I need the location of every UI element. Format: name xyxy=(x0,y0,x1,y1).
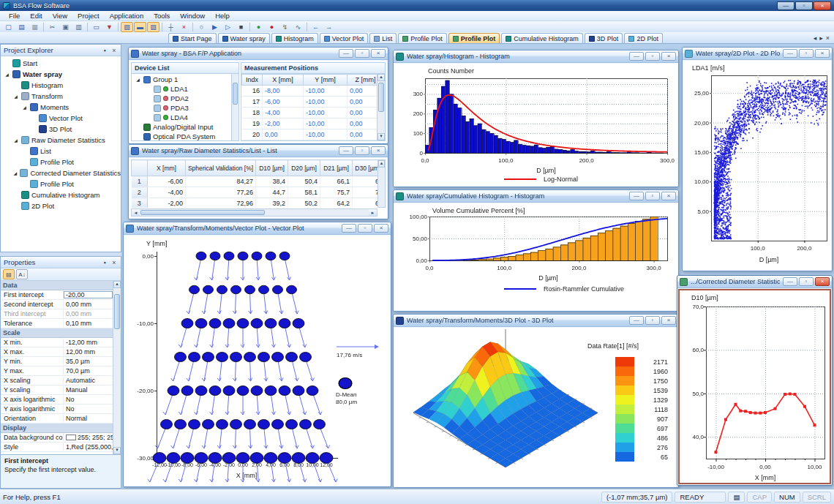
window-title-bar[interactable]: Water spray/2D Plot - 2D Plot —▫× xyxy=(683,48,832,60)
property-value[interactable]: -12,00 mm xyxy=(64,339,113,346)
scroll-thumb[interactable] xyxy=(140,210,265,215)
tree-item-3d-plot[interactable]: 3D Plot xyxy=(1,124,121,135)
tree-item-vector-plot[interactable]: Vector Plot xyxy=(1,113,121,124)
property-value[interactable]: 70,0 µm xyxy=(64,367,113,375)
property-value[interactable]: 0,10 mm xyxy=(64,320,113,327)
maximize-button[interactable]: ▫ xyxy=(799,49,814,58)
menu-window[interactable]: Window xyxy=(176,12,209,20)
property-value[interactable]: Automatic xyxy=(64,377,113,384)
tree-item-transform[interactable]: ◢Transform xyxy=(1,91,121,102)
maximize-button[interactable]: ▫ xyxy=(645,192,660,200)
tree-item-cumulative-histogram[interactable]: Cumulative Histogram xyxy=(1,189,121,200)
window-bsa-application[interactable]: Water spray - BSA F/P Application —▫× De… xyxy=(128,47,388,144)
maximize-button[interactable]: ▫ xyxy=(645,52,660,61)
tab-start-page[interactable]: Start Page xyxy=(168,33,217,43)
window-title-bar[interactable]: Water spray - BSA F/P Application —▫× xyxy=(129,48,388,60)
layout-split-button[interactable]: ▬ xyxy=(134,22,146,32)
scroll-up-icon[interactable]: ▲ xyxy=(378,160,385,168)
properties-header[interactable]: Properties ▪ × xyxy=(1,257,121,268)
tab-water-spray[interactable]: Water spray xyxy=(218,33,270,43)
tab-vector-plot[interactable]: Vector Plot xyxy=(320,33,369,43)
tree-item-2d-plot[interactable]: 2D Plot xyxy=(1,200,121,211)
window-title-bar[interactable]: .../Corrected Diameter Statistic... —▫× xyxy=(677,276,832,288)
surface-3d-canvas[interactable] xyxy=(396,329,677,486)
window-close-button[interactable]: × xyxy=(815,277,830,286)
tab-next-icon[interactable]: ▸ xyxy=(819,34,823,42)
tab-histogram[interactable]: Histogram xyxy=(271,33,318,43)
property-row-data-background-co[interactable]: Data background co255; 255; 255 xyxy=(1,433,113,443)
property-row-x-max-[interactable]: X max.12,00 mm xyxy=(1,347,113,357)
stop-button[interactable]: ■ xyxy=(235,22,247,32)
menu-project[interactable]: Project xyxy=(73,12,104,20)
device-item-group-1[interactable]: ◢Group 1 xyxy=(132,75,231,84)
menu-edit[interactable]: Edit xyxy=(26,12,46,20)
status-light-button[interactable]: ● xyxy=(252,22,265,32)
tree-item-histogram[interactable]: Histogram xyxy=(1,80,121,91)
cumulative-histogram-canvas[interactable] xyxy=(396,205,677,310)
device-item-optical-pda-system[interactable]: Optical PDA System xyxy=(132,132,231,140)
tree-item-list[interactable]: List xyxy=(1,146,121,157)
forward-button[interactable]: → xyxy=(323,22,335,32)
copy-button[interactable]: ▣ xyxy=(59,22,72,32)
column-header-x-mm-[interactable]: X [mm] xyxy=(263,75,304,86)
property-row-y-min-[interactable]: Y min.35,0 µm xyxy=(1,357,113,366)
expander-icon[interactable]: ◢ xyxy=(21,105,28,110)
property-row-third-intercept[interactable]: Third intercept0,00 mm xyxy=(1,309,113,319)
table-row[interactable]: 2-4,0077,2644,758,175,77 xyxy=(132,187,378,198)
record-button[interactable]: ● xyxy=(266,22,278,32)
window-title-bar[interactable]: Water spray/Transform/Moments/Vector Plo… xyxy=(124,222,391,235)
property-row-y-axis-logarithmic[interactable]: Y axis logarithmicNo xyxy=(1,405,113,414)
layout-tabs-button[interactable]: ▨ xyxy=(147,22,159,32)
device-item-pda3[interactable]: PDA3 xyxy=(132,103,231,113)
property-group-display[interactable]: Display xyxy=(1,424,113,433)
column-header-d20-m-[interactable]: D20 [µm] xyxy=(288,160,320,176)
menu-help[interactable]: Help xyxy=(211,12,234,20)
profile-plot-canvas[interactable] xyxy=(681,292,830,483)
tree-item-profile-plot[interactable]: Profile Plot xyxy=(1,178,121,189)
window-histogram[interactable]: Water spray/Histogram - Histogram —▫× xyxy=(393,50,679,187)
table-row[interactable]: 19-2,00-10,000,00 xyxy=(242,119,377,129)
property-value[interactable]: 12,00 mm xyxy=(64,348,113,356)
layout-cascade-button[interactable]: ▧ xyxy=(121,22,133,32)
tab-cumulative-histogram[interactable]: Cumulative Histogram xyxy=(501,33,583,43)
pin-icon[interactable]: ▪ xyxy=(101,259,108,266)
property-row-second-intercept[interactable]: Second intercept0,00 mm xyxy=(1,300,113,309)
title-bar[interactable]: BSA Flow Software — ▫ × xyxy=(0,0,834,11)
tree-item-water-spray[interactable]: ◢Water spray xyxy=(1,69,121,80)
raw-list-vscrollbar[interactable]: ▲ xyxy=(377,159,386,208)
tab-profile-plot[interactable]: Profile Plot xyxy=(448,33,500,43)
window-close-button[interactable]: × xyxy=(661,52,676,61)
scroll-left-icon[interactable]: ◄ xyxy=(132,209,140,216)
expander-icon[interactable]: ◢ xyxy=(12,170,18,176)
tree-item-moments[interactable]: ◢Moments xyxy=(1,102,121,113)
scroll-thumb[interactable] xyxy=(114,294,120,329)
device-item-pda2[interactable]: PDA2 xyxy=(132,94,231,103)
tree-item-profile-plot[interactable]: Profile Plot xyxy=(1,157,121,168)
device-item-lda1[interactable]: LDA1 xyxy=(132,84,231,94)
properties-scrollbar[interactable]: ▲ ▼ xyxy=(113,281,121,454)
property-row-orientation[interactable]: OrientationNormal xyxy=(1,414,113,424)
scroll-thumb[interactable] xyxy=(233,83,238,105)
minimize-button[interactable]: — xyxy=(629,192,644,200)
property-value[interactable]: 0,00 mm xyxy=(64,301,113,308)
table-row[interactable]: 16-8,00-10,000,00 xyxy=(242,86,377,97)
tab-3d-plot[interactable]: 3D Plot xyxy=(585,33,623,43)
expander-icon[interactable]: ◢ xyxy=(12,94,19,99)
property-row-x-scaling[interactable]: X scalingAutomatic xyxy=(1,376,113,385)
window-title-bar[interactable]: Water spray/Raw Diameter Statistics/List… xyxy=(129,145,388,157)
window-2d-plot[interactable]: Water spray/2D Plot - 2D Plot —▫× xyxy=(682,47,833,271)
property-value[interactable]: Manual xyxy=(64,386,113,394)
scroll-up-icon[interactable]: ▲ xyxy=(377,74,385,81)
open-button[interactable]: ▤ xyxy=(15,22,28,32)
maximize-button[interactable]: ▫ xyxy=(795,1,813,10)
menu-application[interactable]: Application xyxy=(105,12,148,20)
window-close-button[interactable]: × xyxy=(661,316,676,325)
column-header-indx[interactable]: Indx xyxy=(242,75,263,86)
tree-item-corrected-diameter-statistics[interactable]: ◢Corrected Diameter Statistics xyxy=(1,168,121,178)
window-close-button[interactable]: × xyxy=(815,49,830,58)
property-row-first-intercept[interactable]: First intercept-20,00 xyxy=(1,290,113,300)
minimize-button[interactable]: — xyxy=(342,224,356,233)
positions-scrollbar[interactable]: ▲ ▼ xyxy=(377,74,385,140)
delete-button[interactable]: × xyxy=(178,22,190,32)
window-close-button[interactable]: × xyxy=(371,49,386,58)
